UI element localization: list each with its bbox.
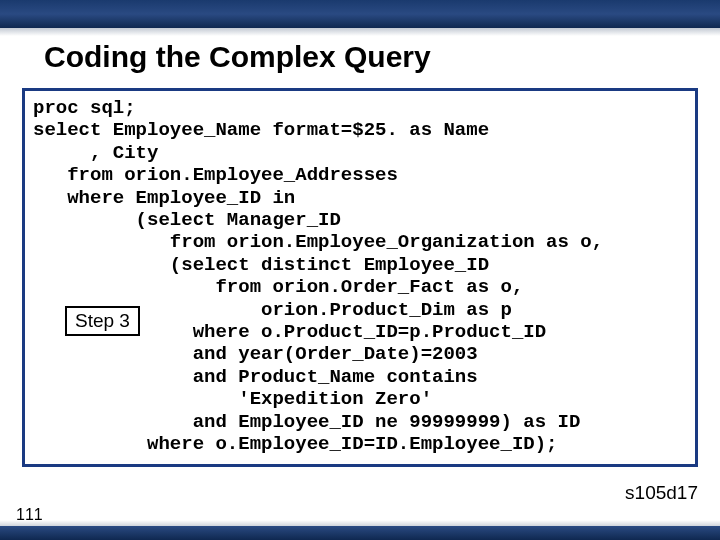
slide-id: s105d17 (625, 482, 698, 504)
top-banner (0, 0, 720, 28)
code-block: proc sql; select Employee_Name format=$2… (33, 97, 687, 456)
step-label-box: Step 3 (65, 306, 140, 336)
bottom-bar (0, 526, 720, 540)
slide-title: Coding the Complex Query (0, 28, 720, 88)
code-frame: proc sql; select Employee_Name format=$2… (22, 88, 698, 467)
